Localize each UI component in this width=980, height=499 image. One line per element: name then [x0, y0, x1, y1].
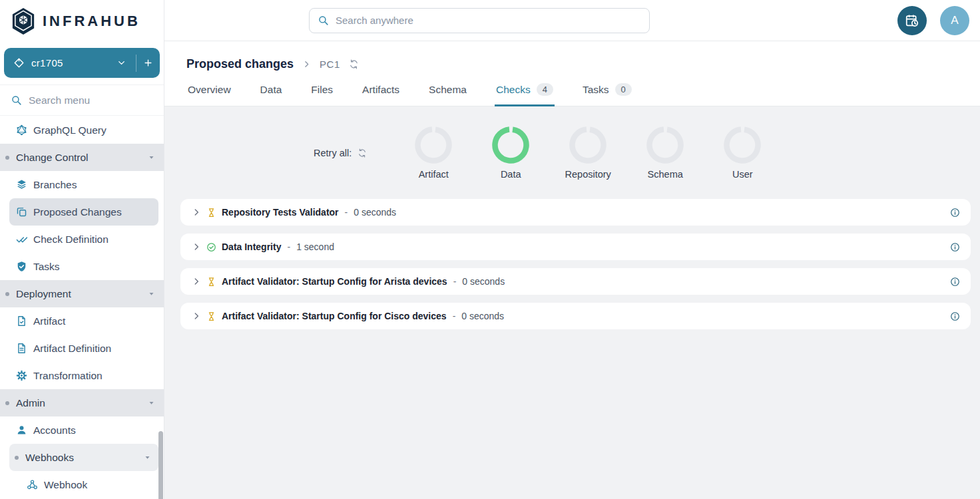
sidebar-item-transformation[interactable]: Transformation — [0, 362, 164, 389]
retry-all-label: Retry all: — [314, 148, 352, 158]
brand-name: INFRAHUB — [43, 13, 140, 30]
branch-divider — [136, 55, 136, 72]
sidebar: INFRAHUB cr1705 GraphQL QueryChange Cont… — [0, 0, 164, 499]
chevron-down-icon — [147, 399, 156, 407]
chevron-down-icon — [147, 153, 156, 162]
check-category-label: User — [732, 169, 753, 180]
sidebar-item-graphql-query[interactable]: GraphQL Query — [0, 116, 164, 144]
sidebar-group-deployment[interactable]: Deployment — [0, 280, 164, 307]
sidebar-item-check-definition[interactable]: Check Definition — [0, 226, 164, 253]
sidebar-group-change-control[interactable]: Change Control — [0, 144, 164, 171]
check-category-label: Data — [501, 169, 521, 180]
add-branch-icon[interactable] — [143, 58, 153, 68]
sidebar-item-webhook[interactable]: Webhook — [0, 471, 164, 498]
sidebar-item-label: Webhook — [44, 479, 87, 491]
breadcrumb-section[interactable]: Proposed changes — [186, 57, 294, 71]
tab-badge: 4 — [537, 83, 553, 96]
double-check-icon — [16, 234, 27, 245]
menu-search-input[interactable] — [29, 94, 142, 106]
info-icon[interactable] — [950, 277, 960, 287]
validator-row: Artifact Validator: Startup Config for C… — [180, 303, 971, 329]
sidebar-item-artifact[interactable]: Artifact — [0, 307, 164, 335]
topbar-actions: A — [897, 6, 969, 35]
progress-ring-idle — [569, 126, 607, 164]
search-icon — [318, 15, 329, 26]
tab-overview[interactable]: Overview — [186, 81, 232, 106]
tab-label: Files — [311, 84, 333, 96]
sidebar-item-label: Proposed Changes — [33, 206, 122, 218]
group-bullet-icon — [5, 156, 9, 160]
expand-chevron-icon[interactable] — [192, 242, 201, 251]
infrahub-logo-icon — [11, 7, 36, 35]
sidebar-group-label: Webhooks — [25, 452, 74, 464]
validator-row: Data Integrity-1 second — [180, 234, 971, 260]
tab-tasks[interactable]: Tasks0 — [581, 81, 633, 106]
refresh-button[interactable] — [349, 59, 359, 69]
breadcrumb-current: PC1 — [320, 59, 340, 70]
sidebar-item-label: Artifact — [33, 315, 65, 327]
graphql-icon — [16, 124, 27, 136]
time-travel-button[interactable] — [897, 6, 927, 35]
validator-row: Artifact Validator: Startup Config for A… — [180, 268, 971, 295]
validator-duration: 0 seconds — [461, 311, 504, 321]
webhook-icon — [27, 479, 38, 490]
sidebar-item-accounts[interactable]: Accounts — [0, 416, 164, 444]
tab-badge: 0 — [615, 83, 632, 96]
file-check-icon — [16, 315, 27, 327]
tab-data[interactable]: Data — [259, 81, 284, 106]
group-bullet-icon — [5, 401, 9, 405]
sidebar-item-label: Transformation — [33, 370, 103, 382]
check-circle-icon — [206, 242, 216, 252]
expand-chevron-icon[interactable] — [192, 277, 201, 286]
progress-ring-idle — [724, 126, 761, 164]
check-category-data: Data — [472, 126, 549, 180]
info-icon[interactable] — [950, 311, 960, 321]
chevron-down-icon — [147, 289, 156, 298]
retry-section: Retry all: ArtifactDataRepositorySchemaU… — [180, 126, 971, 180]
expand-chevron-icon[interactable] — [192, 311, 201, 321]
validator-separator: - — [453, 276, 457, 287]
branch-selector[interactable]: cr1705 — [4, 48, 160, 78]
tab-label: Overview — [188, 84, 231, 96]
topbar: A — [164, 0, 980, 41]
checks-content: Retry all: ArtifactDataRepositorySchemaU… — [164, 106, 980, 499]
app-window: INFRAHUB cr1705 GraphQL QueryChange Cont… — [0, 0, 980, 499]
sidebar-group-label: Change Control — [16, 152, 89, 164]
hourglass-icon — [206, 311, 216, 321]
tab-checks[interactable]: Checks4 — [495, 81, 555, 106]
sidebar-item-proposed-changes[interactable]: Proposed Changes — [9, 198, 158, 226]
info-icon[interactable] — [950, 208, 960, 218]
sidebar-item-artifact-definition[interactable]: Artifact Definition — [0, 335, 164, 362]
check-category-label: Repository — [565, 169, 611, 180]
check-category-label: Schema — [648, 169, 683, 180]
info-icon[interactable] — [950, 242, 960, 252]
validator-duration: 1 second — [296, 242, 334, 252]
branch-name: cr1705 — [31, 57, 63, 69]
sidebar-group-admin[interactable]: Admin — [0, 389, 164, 416]
tab-schema[interactable]: Schema — [427, 81, 468, 106]
sidebar-item-label: Branches — [33, 179, 77, 191]
sidebar-item-tasks[interactable]: Tasks — [0, 253, 164, 280]
tab-label: Schema — [429, 84, 467, 96]
validator-list: Repository Tests Validator-0 secondsData… — [180, 199, 971, 329]
sidebar-group-label: Deployment — [16, 288, 71, 300]
sidebar-item-branches[interactable]: Branches — [0, 171, 164, 198]
sidebar-group-webhooks[interactable]: Webhooks — [9, 444, 158, 471]
tab-artifacts[interactable]: Artifacts — [361, 81, 401, 106]
chevron-down-icon — [117, 58, 126, 68]
avatar-letter: A — [951, 14, 958, 27]
infrahub-logo[interactable]: INFRAHUB — [0, 0, 164, 41]
validator-separator: - — [345, 207, 348, 218]
check-category-schema: Schema — [626, 126, 704, 180]
validator-separator: - — [453, 311, 456, 321]
expand-chevron-icon[interactable] — [192, 208, 201, 217]
global-search-input[interactable] — [336, 15, 641, 26]
page-header: Proposed changes PC1 OverviewDataFilesAr… — [164, 41, 980, 106]
avatar[interactable]: A — [940, 6, 969, 35]
menu-search — [0, 85, 164, 116]
tab-files[interactable]: Files — [310, 81, 334, 106]
global-search — [309, 8, 650, 33]
retry-all-button[interactable] — [358, 148, 367, 158]
sidebar-scrollbar-thumb[interactable] — [158, 431, 163, 499]
hourglass-icon — [206, 277, 216, 287]
